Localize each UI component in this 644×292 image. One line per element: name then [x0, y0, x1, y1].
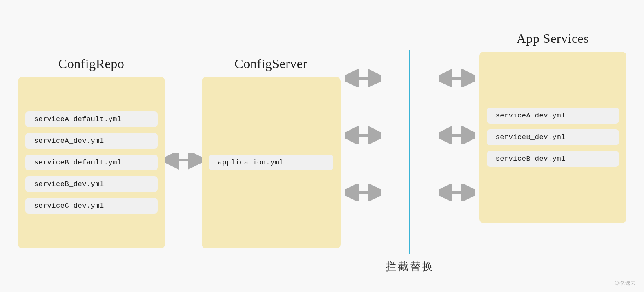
- diagram-container: ConfigRepo serviceA_default.ymlserviceA_…: [0, 0, 644, 292]
- configrepo-file-item: serviceA_default.yml: [25, 111, 158, 127]
- configrepo-file-item: serviceB_dev.yml: [25, 176, 158, 192]
- arrows-right-of-line: [435, 50, 479, 221]
- configrepo-file-item: serviceC_dev.yml: [25, 198, 158, 214]
- configrepo-title: ConfigRepo: [58, 56, 124, 71]
- configserver-column: ConfigServer application.yml: [202, 56, 341, 248]
- double-arrow-icon: [345, 126, 381, 144]
- configrepo-column: ConfigRepo serviceA_default.ymlserviceA_…: [18, 56, 165, 248]
- double-arrow-icon: [439, 184, 475, 201]
- main-row: ConfigRepo serviceA_default.ymlserviceA_…: [0, 31, 644, 274]
- configrepo-file-item: serviceB_default.yml: [25, 155, 158, 170]
- right-area: 拦截替换 App Services serviceA_dev.ymlservic…: [341, 31, 626, 274]
- configserver-title: ConfigServer: [234, 56, 307, 71]
- appservices-file-item: serviceB_dev.yml: [487, 151, 619, 167]
- double-arrow-left-right-1: [165, 153, 202, 170]
- arrow-pair-right: [435, 126, 479, 144]
- double-arrow-icon: [439, 126, 475, 144]
- appservices-file-item: serviceA_dev.yml: [487, 108, 619, 124]
- arrow-pair-right: [435, 69, 479, 87]
- arrow-pair-right: [435, 184, 479, 201]
- arrow-configrepo-configserver: [165, 76, 202, 247]
- arrow-pair-left: [341, 69, 386, 87]
- double-arrow-icon: [345, 69, 381, 87]
- double-arrow-icon: [439, 69, 475, 87]
- configrepo-box: serviceA_default.ymlserviceA_dev.ymlserv…: [18, 77, 165, 248]
- configserver-file-item: application.yml: [209, 155, 333, 170]
- appservices-title: App Services: [517, 31, 589, 46]
- blue-line-wrapper: 拦截替换: [386, 50, 435, 274]
- configrepo-file-item: serviceA_dev.yml: [25, 133, 158, 149]
- arrows-configserver-right: [341, 50, 386, 221]
- appservices-file-item: serviceB_dev.yml: [487, 129, 619, 145]
- arrow-pair-left: [341, 184, 386, 201]
- configserver-box: application.yml: [202, 77, 341, 248]
- appservices-box: serviceA_dev.ymlserviceB_dev.ymlserviceB…: [479, 52, 626, 223]
- double-arrow-icon: [345, 184, 381, 201]
- watermark: ◎亿速云: [615, 280, 636, 287]
- appservices-column: App Services serviceA_dev.ymlserviceB_de…: [479, 31, 626, 223]
- intercept-label: 拦截替换: [386, 259, 435, 274]
- arrow-pair-left: [341, 126, 386, 144]
- blue-vertical-line: [409, 50, 410, 254]
